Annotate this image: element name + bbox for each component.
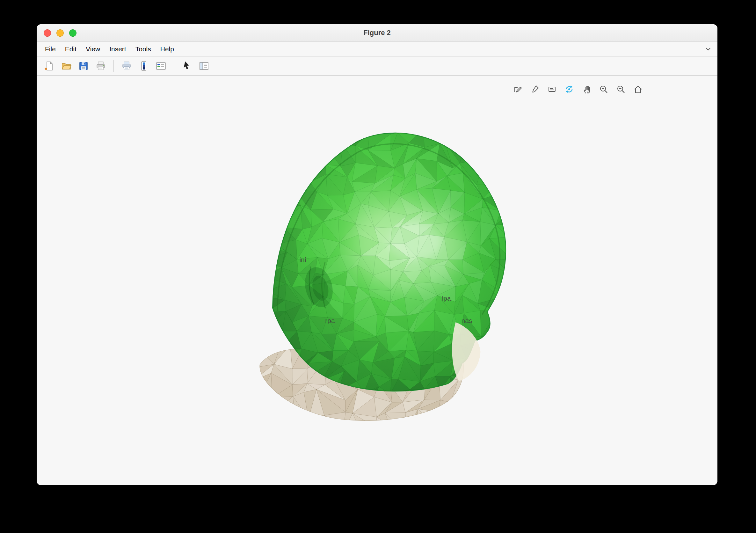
zoom-in-icon [599, 84, 608, 94]
zoom-in-button[interactable] [597, 83, 610, 96]
zoom-button[interactable] [69, 29, 76, 37]
home-icon [633, 84, 643, 94]
desktop-background: Figure 2 File Edit View Insert Tools Hel… [0, 0, 756, 533]
colorbar-icon [138, 61, 149, 71]
figure-toolbar [37, 57, 717, 75]
open-file-button[interactable] [59, 59, 74, 73]
datatips-icon [547, 84, 557, 94]
axes-toolbar [511, 83, 645, 96]
export-icon [513, 84, 522, 94]
figure-window: Figure 2 File Edit View Insert Tools Hel… [37, 24, 717, 485]
save-floppy-icon [78, 61, 89, 71]
close-button[interactable] [44, 29, 51, 37]
new-figure-button[interactable] [42, 59, 56, 73]
cursor-arrow-icon [181, 61, 192, 71]
restore-view-button[interactable] [632, 83, 645, 96]
toolbar-separator [114, 60, 114, 72]
rotate-3d-button[interactable] [562, 83, 576, 96]
print-preview-button[interactable] [119, 59, 134, 73]
fiducial-rpa: rpa [325, 317, 335, 324]
menu-tools[interactable]: Tools [135, 45, 151, 53]
property-inspector-icon [199, 61, 209, 71]
zoom-out-icon [616, 84, 626, 94]
brush-button[interactable] [528, 83, 542, 96]
menu-overflow-icon[interactable] [705, 45, 712, 54]
print-preview-icon [121, 61, 132, 71]
print-figure-button[interactable] [94, 59, 108, 73]
brush-icon [530, 84, 540, 94]
toolbar-separator [174, 60, 174, 72]
pan-button[interactable] [580, 83, 593, 96]
insert-legend-button[interactable] [154, 59, 168, 73]
menu-edit[interactable]: Edit [65, 45, 76, 53]
traffic-lights [44, 24, 76, 42]
window-title: Figure 2 [363, 29, 391, 37]
menu-bar: File Edit View Insert Tools Help [37, 42, 717, 57]
fiducial-ini: ini [299, 256, 306, 263]
rotate-3d-icon [564, 84, 574, 94]
figure-3d-view[interactable]: ini rpa lpa nas [37, 75, 717, 485]
property-inspector-button[interactable] [197, 59, 211, 73]
menu-file[interactable]: File [45, 45, 56, 53]
edit-plot-button[interactable] [179, 59, 194, 73]
menu-view[interactable]: View [86, 45, 100, 53]
printer-icon [95, 61, 106, 71]
menu-help[interactable]: Help [160, 45, 174, 53]
zoom-out-button[interactable] [614, 83, 628, 96]
menu-insert[interactable]: Insert [109, 45, 126, 53]
export-button[interactable] [511, 83, 524, 96]
open-folder-icon [61, 61, 72, 71]
fiducial-lpa: lpa [442, 295, 451, 302]
save-figure-button[interactable] [76, 59, 91, 73]
title-bar[interactable]: Figure 2 [37, 24, 717, 42]
minimize-button[interactable] [56, 29, 64, 37]
pan-hand-icon [582, 84, 591, 94]
datatips-button[interactable] [545, 83, 559, 96]
legend-icon [155, 61, 166, 71]
new-document-icon [44, 61, 55, 71]
insert-colorbar-button[interactable] [136, 59, 151, 73]
fiducial-nas: nas [462, 317, 472, 324]
head-mesh-plot: ini rpa lpa nas [37, 75, 717, 485]
